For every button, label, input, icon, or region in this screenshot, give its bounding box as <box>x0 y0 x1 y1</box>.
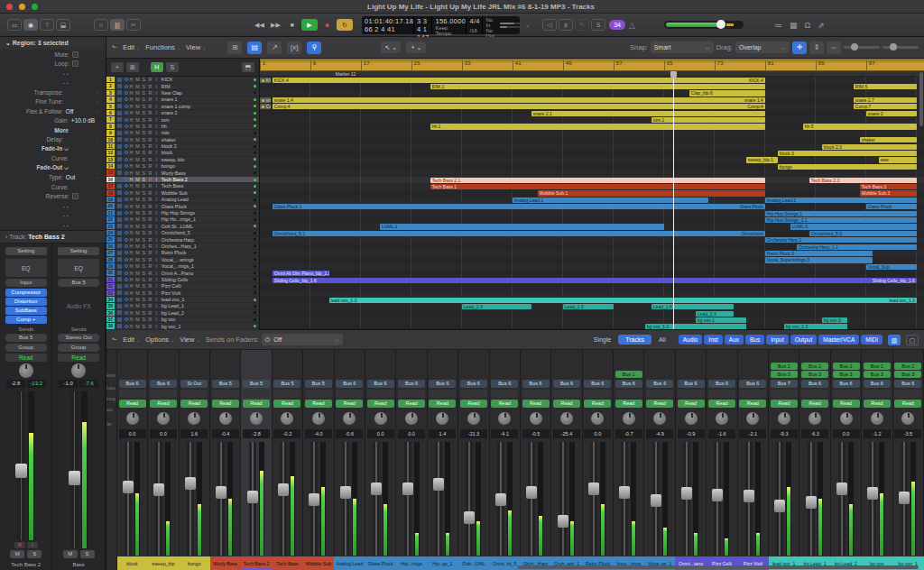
region-param-row[interactable]: Transpose:⌵ <box>0 87 106 97</box>
automation-mode-button[interactable]: Read <box>491 400 518 408</box>
snap-select[interactable]: Smart⌵ <box>651 41 714 53</box>
pan-knob[interactable] <box>560 412 573 425</box>
track-header-row[interactable]: 9HMSRIride <box>106 130 259 136</box>
solo-button[interactable]: S <box>141 110 147 115</box>
region[interactable]: sweep_blp.1 <box>746 157 778 162</box>
group-slot[interactable] <box>429 390 456 398</box>
region-param-row[interactable]: Mute: <box>0 50 106 60</box>
solo-button[interactable]: S <box>27 550 42 558</box>
solo-button[interactable]: S <box>141 84 147 89</box>
volume-value[interactable]: -1.6 <box>708 429 735 438</box>
region-param-row[interactable]: Fine Tune:⌵ <box>0 97 106 107</box>
automation-mode-button[interactable]: Read <box>429 400 456 408</box>
hide-button[interactable]: H <box>128 197 134 202</box>
pan-knob[interactable] <box>157 412 170 425</box>
pan-knob[interactable] <box>19 363 33 378</box>
volume-fader[interactable] <box>621 442 628 556</box>
output-slot[interactable]: St Out <box>180 380 208 388</box>
setting-button[interactable]: Setting <box>5 247 47 255</box>
record-enable-button[interactable]: R <box>147 130 153 135</box>
solo-button[interactable]: S <box>141 163 147 169</box>
mute-button[interactable]: M <box>134 137 141 142</box>
output-slot[interactable]: Bus 6 <box>460 380 487 388</box>
group-slot[interactable] <box>584 390 611 398</box>
record-enable-button[interactable]: R <box>147 237 153 243</box>
track-header-row[interactable]: 10HMSRIshaker <box>106 137 259 143</box>
automation-mode-button[interactable]: Read <box>739 400 766 408</box>
mixer-channel-strip[interactable]: Bus 6Read-1.6Pizz Celli <box>707 350 737 570</box>
track-inspector-header[interactable]: › Track: Tech Bass 2 <box>0 230 106 244</box>
fader-thumb[interactable] <box>744 490 754 502</box>
fader-thumb[interactable] <box>681 487 692 500</box>
master-volume-slider[interactable] <box>664 21 744 29</box>
solo-button[interactable]: S <box>141 97 147 102</box>
solo-button[interactable]: S <box>141 170 147 176</box>
solo-button[interactable]: S <box>141 104 147 109</box>
mute-button[interactable]: M <box>134 150 141 155</box>
mixer-channel-strip[interactable]: Bus 6Read0.0sweep_blp <box>148 350 179 570</box>
solo-button[interactable]: S <box>141 216 147 222</box>
input-button[interactable]: I <box>153 150 160 155</box>
hide-button[interactable]: H <box>128 277 134 282</box>
solo-button[interactable]: S <box>141 77 147 82</box>
freeze-icon[interactable] <box>117 271 122 275</box>
input-button[interactable]: I <box>153 224 160 229</box>
output-slot[interactable]: Bus 6 <box>429 380 456 388</box>
input-slot[interactable]: Bus 5 <box>58 279 99 287</box>
region[interactable]: Clap_blp.6 <box>689 90 765 96</box>
timeline-vscrollbar[interactable] <box>919 72 923 126</box>
automation-mode-button[interactable]: Read <box>646 400 673 408</box>
mute-button[interactable]: M <box>10 550 24 558</box>
mute-button[interactable]: M <box>134 257 141 262</box>
input-button[interactable]: I <box>153 271 160 276</box>
track-header-row[interactable]: 6HMSRIsnare 2 <box>106 110 259 116</box>
mixer-channel-strip[interactable]: St OutRead1.6bongo <box>180 350 210 570</box>
channel-name[interactable]: Ooh...UML <box>458 556 489 570</box>
automation-mode-button[interactable]: Read <box>58 354 99 362</box>
pan-knob[interactable] <box>623 412 635 425</box>
input-button[interactable]: I <box>153 310 160 316</box>
region[interactable]: Analog Lead.3 <box>765 198 917 203</box>
crosshair-icon[interactable]: ✛ <box>792 41 807 54</box>
fader-thumb[interactable] <box>278 483 289 496</box>
group-slot[interactable] <box>833 390 860 398</box>
region[interactable]: Omni Alt Dim Piano_blp_1.1 <box>273 271 329 276</box>
region[interactable]: LUML.1 <box>380 224 664 229</box>
pan-knob[interactable] <box>871 412 883 425</box>
channel-name[interactable]: Hip...rings <box>396 556 427 570</box>
mixer-channel-strip[interactable]: Bus 6Read-2.1Pizz Violi <box>738 350 769 570</box>
playhead-handle[interactable] <box>670 71 677 78</box>
input-button[interactable]: I <box>153 183 160 188</box>
region[interactable]: snare 1.4snare 1.4 <box>273 97 765 103</box>
record-enable-button[interactable]: R <box>147 190 153 196</box>
list-editors-icon[interactable]: ≔ <box>774 21 782 30</box>
solo-button[interactable]: S <box>80 550 95 558</box>
volume-fader[interactable] <box>901 442 908 556</box>
region[interactable]: Wobble Sub.1 <box>538 190 765 196</box>
hide-button[interactable]: H <box>128 137 134 142</box>
track-header-row[interactable]: 16HMSRITech Bass 2 <box>106 177 259 183</box>
solo-button[interactable]: S <box>141 197 147 202</box>
solo-button[interactable]: S <box>141 324 147 329</box>
mute-button[interactable]: M <box>134 97 141 102</box>
region[interactable]: RIM.5 <box>854 84 917 89</box>
input-button[interactable]: I <box>153 143 160 149</box>
volume-fader[interactable] <box>404 442 411 556</box>
arrange-lanes[interactable]: KICK.KICK.4KICK.4RIM.1RIM.5Clap_blp.6sna… <box>260 77 924 329</box>
mute-button[interactable]: M <box>134 283 141 289</box>
output-slot[interactable]: Bus 6 <box>584 380 611 388</box>
region-param-row[interactable]: Delay:⌵ <box>0 135 106 145</box>
mute-button[interactable]: M <box>134 117 141 123</box>
freeze-icon[interactable] <box>117 97 122 102</box>
track-header-row[interactable]: 20HMSRIGlass Pluck <box>106 203 259 209</box>
group-slot[interactable]: Group <box>58 344 99 352</box>
tuner-icon[interactable]: ♯ <box>559 19 573 31</box>
region[interactable]: Lead_1.6 <box>651 304 734 309</box>
freeze-icon[interactable] <box>117 244 122 248</box>
pan-knob[interactable] <box>71 363 86 378</box>
track-header-row[interactable]: 5HMSRIsnare 1 comp <box>106 104 259 110</box>
group-slot[interactable] <box>864 390 891 398</box>
output-slot[interactable]: Bus 6 <box>615 380 642 388</box>
solo-button[interactable]: S <box>141 263 147 269</box>
bar-ruler[interactable]: 191725334149576573818997 <box>260 59 924 71</box>
